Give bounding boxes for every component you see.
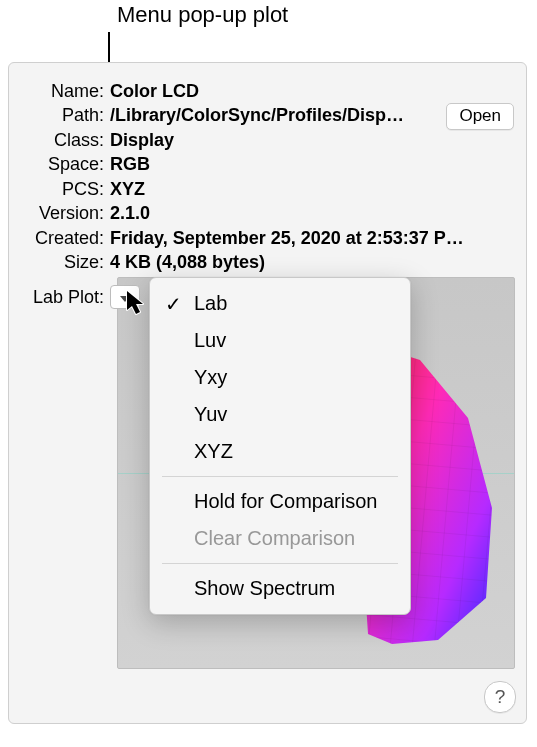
menu-item-lab[interactable]: Lab✓ [150, 285, 410, 322]
label-lab-plot: Lab Plot: [22, 287, 110, 308]
value-name: Color LCD [110, 79, 199, 103]
row-created: Created: Friday, September 25, 2020 at 2… [22, 226, 514, 250]
label-class: Class: [22, 128, 110, 152]
value-size: 4 KB (4,088 bytes) [110, 250, 265, 274]
value-path: /Library/ColorSync/Profiles/Disp… [110, 103, 404, 127]
menu-item-xyz[interactable]: XYZ [150, 433, 410, 470]
row-version: Version: 2.1.0 [22, 201, 514, 225]
value-class: Display [110, 128, 174, 152]
callout-label: Menu pop-up plot [117, 2, 288, 28]
menu-item-show-spectrum[interactable]: Show Spectrum [150, 570, 410, 607]
menu-item-luv[interactable]: Luv [150, 322, 410, 359]
label-name: Name: [22, 79, 110, 103]
row-space: Space: RGB [22, 152, 514, 176]
chevron-down-icon [120, 287, 130, 308]
label-path: Path: [22, 103, 110, 127]
value-version: 2.1.0 [110, 201, 150, 225]
menu-item-yxy[interactable]: Yxy [150, 359, 410, 396]
root: Menu pop-up plot Name: Color LCD Path: /… [0, 0, 537, 747]
menu-separator-1 [162, 476, 398, 477]
menu-separator-2 [162, 563, 398, 564]
open-button[interactable]: Open [446, 103, 514, 130]
lab-plot-popup-button[interactable] [110, 285, 140, 309]
help-button[interactable]: ? [484, 681, 516, 713]
row-name: Name: Color LCD [22, 79, 514, 103]
row-lab-plot: Lab Plot: [22, 285, 140, 309]
checkmark-icon: ✓ [165, 292, 182, 316]
menu-item-yuv[interactable]: Yuv [150, 396, 410, 433]
profile-info-block: Name: Color LCD Path: /Library/ColorSync… [22, 79, 514, 275]
profile-inspector-window: Name: Color LCD Path: /Library/ColorSync… [8, 62, 527, 724]
value-pcs: XYZ [110, 177, 145, 201]
menu-item-clear-comparison: Clear Comparison [150, 520, 410, 557]
row-class: Class: Display [22, 128, 514, 152]
row-pcs: PCS: XYZ [22, 177, 514, 201]
value-created: Friday, September 25, 2020 at 2:53:37 P… [110, 226, 464, 250]
label-size: Size: [22, 250, 110, 274]
label-created: Created: [22, 226, 110, 250]
value-space: RGB [110, 152, 150, 176]
label-pcs: PCS: [22, 177, 110, 201]
menu-item-hold-for-comparison[interactable]: Hold for Comparison [150, 483, 410, 520]
row-size: Size: 4 KB (4,088 bytes) [22, 250, 514, 274]
row-path: Path: /Library/ColorSync/Profiles/Disp… … [22, 103, 514, 127]
label-space: Space: [22, 152, 110, 176]
lab-plot-popup-menu: Lab✓LuvYxyYuvXYZ Hold for Comparison Cle… [149, 277, 411, 615]
label-version: Version: [22, 201, 110, 225]
